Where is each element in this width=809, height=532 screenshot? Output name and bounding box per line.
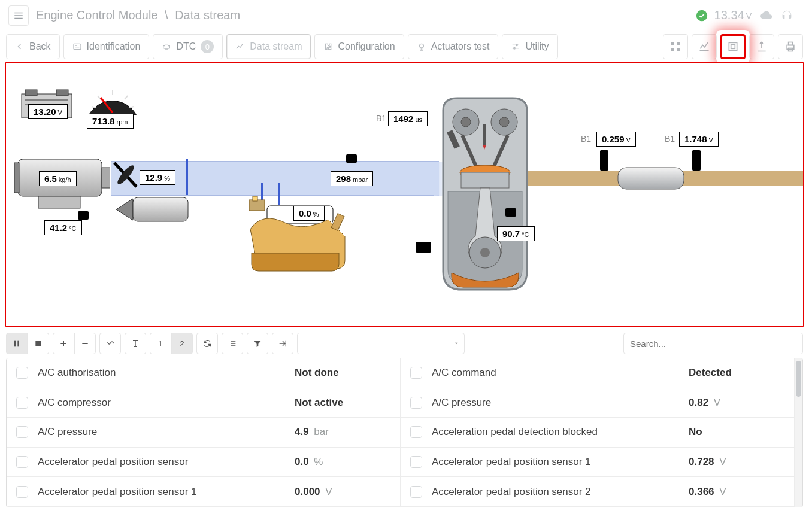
param-row[interactable]: A/C compressorNot active: [7, 388, 400, 418]
resize-grip[interactable]: ::::::::::::: [395, 319, 415, 324]
refresh-icon: [202, 339, 212, 348]
preset-select[interactable]: [297, 333, 465, 354]
param-name: A/C authorisation: [38, 367, 295, 379]
tab-utility[interactable]: Utility: [502, 34, 557, 59]
param-value: 0.0 %: [295, 456, 390, 468]
row-checkbox[interactable]: [410, 456, 422, 468]
rpm-box: 713.8rpm: [87, 114, 134, 129]
iat-box: 41.2°C: [44, 220, 82, 235]
view-diagram-button[interactable]: [720, 34, 746, 59]
param-row[interactable]: Accelerator pedal position sensor0.0 %: [7, 448, 400, 478]
row-checkbox[interactable]: [16, 456, 28, 468]
param-name: A/C pressure: [432, 397, 689, 409]
map-sensor-nub: [346, 154, 357, 163]
back-button[interactable]: Back: [6, 34, 60, 59]
headset-icon[interactable]: [780, 9, 793, 22]
param-name: A/C compressor: [38, 397, 295, 409]
filter-button[interactable]: [247, 333, 268, 354]
svg-rect-10: [731, 45, 735, 49]
columns-2-button[interactable]: 2: [171, 333, 193, 354]
view-grid-button[interactable]: [663, 34, 688, 59]
stop-icon: [34, 339, 43, 348]
param-value: 0.000 V: [295, 486, 390, 498]
tab-configuration[interactable]: Configuration: [314, 34, 404, 59]
search-input[interactable]: [623, 333, 803, 354]
export-button[interactable]: [749, 34, 774, 59]
injection-time-box: 1492us: [388, 111, 428, 126]
tab-identification[interactable]: Identification: [63, 34, 150, 59]
menu-button[interactable]: [8, 5, 29, 26]
layout-b-button[interactable]: [125, 333, 146, 354]
svg-rect-33: [249, 200, 265, 211]
param-value: Detected: [689, 367, 784, 379]
layout-a-button[interactable]: [99, 333, 121, 354]
row-checkbox[interactable]: [410, 426, 422, 438]
param-row[interactable]: A/C pressure4.9 bar: [7, 418, 400, 448]
svg-rect-15: [25, 90, 37, 96]
row-checkbox[interactable]: [16, 397, 28, 409]
param-row[interactable]: Accelerator pedal position sensor 10.728…: [401, 448, 794, 478]
o2a-box: 0.259V: [596, 132, 636, 147]
svg-line-23: [129, 107, 134, 108]
breadcrumb: Engine Control Module \ Data stream: [36, 8, 240, 22]
menu-icon: [13, 10, 24, 21]
param-value: No: [689, 426, 784, 438]
dtc-count-badge: 0: [201, 40, 214, 53]
o2a-bank-label: B1: [581, 134, 591, 144]
zoom-in-button[interactable]: [53, 333, 74, 354]
row-checkbox[interactable]: [410, 397, 422, 409]
grid-icon: [669, 41, 681, 53]
zoom-out-button[interactable]: [74, 333, 96, 354]
svg-rect-28: [38, 196, 80, 208]
svg-rect-44: [483, 124, 486, 145]
row-checkbox[interactable]: [16, 426, 28, 438]
print-button[interactable]: [778, 34, 803, 59]
go-button[interactable]: [272, 333, 293, 354]
pause-icon: [12, 339, 22, 348]
list-button[interactable]: [222, 333, 243, 354]
stop-button[interactable]: [28, 333, 49, 354]
reset-button[interactable]: [196, 333, 218, 354]
columns-1-button[interactable]: 1: [150, 333, 171, 354]
param-row[interactable]: Acceleration pedal detection blockedNo: [401, 418, 794, 448]
param-value: Not active: [295, 397, 390, 409]
pause-button[interactable]: [6, 333, 28, 354]
minus-icon: [80, 339, 90, 348]
param-row[interactable]: Accelerator pedal position sensor 10.000…: [7, 477, 400, 507]
tab-actuators[interactable]: Actuators test: [408, 34, 499, 59]
status-ok-icon: [695, 9, 708, 22]
param-row[interactable]: Accelerator pedal position sensor 20.366…: [401, 477, 794, 507]
param-value: 0.82 V: [689, 397, 784, 409]
row-checkbox[interactable]: [16, 486, 28, 498]
param-name: A/C pressure: [38, 426, 295, 438]
param-name: Accelerator pedal position sensor 1: [38, 486, 295, 498]
param-row[interactable]: A/C authorisationNot done: [7, 358, 400, 388]
breadcrumb-module: Engine Control Module: [36, 8, 157, 22]
o2b-box: 1.748V: [679, 132, 719, 147]
view-chart-button[interactable]: [692, 34, 717, 59]
tab-data-stream[interactable]: Data stream: [226, 34, 311, 59]
svg-rect-9: [729, 42, 737, 50]
row-checkbox[interactable]: [410, 486, 422, 498]
row-checkbox[interactable]: [410, 367, 422, 379]
chart-icon: [698, 41, 710, 53]
maf-graphic: [14, 154, 110, 226]
engine-block-icon: [431, 96, 539, 293]
sliders-icon: [511, 42, 520, 51]
row-checkbox[interactable]: [16, 367, 28, 379]
svg-rect-49: [618, 168, 684, 189]
scrollbar-thumb[interactable]: [796, 361, 801, 397]
param-row[interactable]: A/C pressure0.82 V: [401, 388, 794, 418]
svg-point-2: [419, 44, 423, 48]
breadcrumb-page: Data stream: [175, 8, 240, 22]
tab-dtc[interactable]: DTC 0: [153, 34, 223, 59]
map-box: 298mbar: [331, 171, 373, 186]
svg-rect-5: [671, 42, 674, 45]
param-row[interactable]: A/C commandDetected: [401, 358, 794, 388]
svg-rect-51: [17, 341, 19, 347]
svg-rect-27: [102, 168, 110, 188]
svg-line-20: [98, 96, 101, 99]
scrollbar[interactable]: [794, 358, 802, 507]
cloud-icon[interactable]: [760, 9, 773, 22]
param-value: 4.9 bar: [295, 426, 390, 438]
